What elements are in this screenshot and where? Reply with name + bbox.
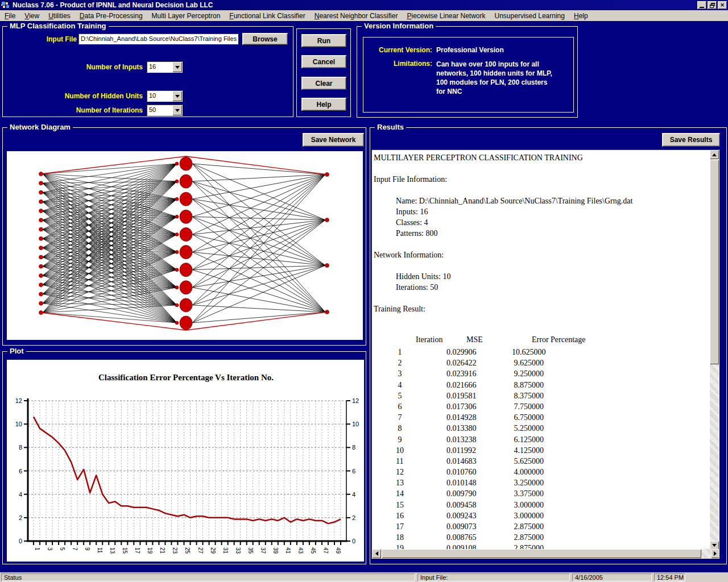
svg-text:41: 41: [285, 547, 291, 554]
svg-text:49: 49: [335, 547, 341, 554]
input-file-field[interactable]: D:\Chinniah_Anand\Lab Source\NuClass7\Tr…: [78, 34, 238, 44]
table-row: 60.017306 7.750000: [396, 402, 546, 413]
input-file-panel: Input File:: [417, 573, 570, 581]
network-diagram: [7, 151, 363, 340]
close-button[interactable]: ✕: [718, 1, 727, 9]
table-row: 50.019581 8.375000: [396, 392, 546, 402]
menu-file[interactable]: File: [0, 11, 20, 20]
table-row: 150.009458 3.000000: [396, 501, 546, 512]
svg-text:25: 25: [184, 547, 191, 554]
scroll-up-button[interactable]: [710, 150, 719, 159]
menu-nearest-neighbor-classifier[interactable]: Nearest Neighbor Classifier: [310, 11, 403, 20]
results-text-area[interactable]: MULTILAYER PERCEPTRON CLASSIFICATION TRA…: [371, 149, 719, 559]
svg-text:13: 13: [109, 547, 115, 554]
table-row: 30.023916 9.250000: [396, 369, 546, 380]
save-network-button[interactable]: Save Network: [303, 133, 364, 147]
results-line: Hidden Units: 10: [396, 272, 450, 281]
table-row: 110.014683 5.625000: [396, 457, 546, 468]
col-header-mse: MSE: [466, 335, 532, 344]
svg-text:2: 2: [352, 514, 355, 521]
results-line: Inputs: 16: [396, 207, 428, 217]
table-row: 90.013238 6.125000: [396, 435, 546, 446]
svg-text:4: 4: [352, 491, 355, 498]
plot-canvas: Classification Error Percentage Vs Itera…: [6, 359, 365, 562]
plot-caption: Plot: [7, 347, 26, 355]
results-line: Patterns: 800: [396, 229, 438, 238]
client-area: MLP Classification Training Input File D…: [0, 21, 728, 572]
restore-button[interactable]: [708, 1, 717, 9]
number-of-iterations-combo[interactable]: 50: [147, 105, 183, 116]
svg-text:6: 6: [19, 468, 22, 475]
scroll-right-button[interactable]: [711, 549, 719, 558]
menu-help[interactable]: Help: [569, 11, 593, 20]
menu-utilities[interactable]: Utilities: [44, 11, 75, 20]
clear-button[interactable]: Clear: [301, 77, 346, 90]
close-icon: ✕: [720, 2, 725, 8]
svg-text:10: 10: [352, 421, 359, 427]
scroll-left-button[interactable]: [372, 549, 381, 558]
network-diagram-section: Network Diagram Save Network: [2, 127, 366, 346]
table-row: 100.011992 4.125000: [396, 446, 546, 457]
vertical-scrollbar[interactable]: [710, 150, 719, 550]
svg-text:43: 43: [297, 547, 304, 554]
table-row: 10.02990610.625000: [396, 348, 546, 359]
svg-text:11: 11: [97, 547, 103, 554]
help-button[interactable]: Help: [301, 98, 346, 111]
error-percentage-chart: Classification Error Percentage Vs Itera…: [7, 360, 364, 562]
svg-text:47: 47: [322, 547, 329, 554]
menu-unsupervised-learning[interactable]: Unsupervised Learning: [490, 11, 569, 20]
vertical-scroll-thumb[interactable]: [710, 160, 719, 364]
triangle-up-icon: [712, 151, 717, 156]
svg-text:Classification Error Percentag: Classification Error Percentage Vs Itera…: [98, 373, 274, 382]
table-row: 40.021666 8.875000: [396, 381, 546, 392]
status-bar: Status Input File: 4/16/2005 12:54 PM: [0, 572, 728, 582]
minimize-button[interactable]: [697, 1, 706, 9]
table-row: 180.008765 2.875000: [396, 533, 546, 544]
minimize-icon: [700, 7, 704, 8]
training-result-heading: Training Result:: [374, 305, 425, 314]
cancel-button[interactable]: Cancel: [301, 55, 346, 68]
svg-text:15: 15: [122, 547, 128, 554]
svg-text:3: 3: [47, 547, 53, 551]
results-line: Classes: 4: [396, 218, 428, 227]
menu-data-pre-processing[interactable]: Data Pre-Processing: [75, 11, 147, 20]
table-row: 160.009243 3.000000: [396, 512, 546, 522]
chevron-down-icon[interactable]: [172, 105, 182, 115]
svg-text:9: 9: [84, 547, 90, 551]
horizontal-scroll-thumb[interactable]: [382, 549, 701, 558]
svg-text:39: 39: [272, 547, 279, 554]
svg-text:8: 8: [19, 444, 22, 451]
svg-text:12: 12: [15, 397, 22, 404]
number-of-inputs-combo[interactable]: 16: [147, 61, 183, 73]
svg-text:0: 0: [19, 538, 22, 544]
menu-multi-layer-perceptron[interactable]: Multi Layer Perceptron: [147, 11, 225, 20]
menu-piecewise-linear-network[interactable]: Piecewise Linear Network: [402, 11, 490, 20]
number-of-hidden-units-combo[interactable]: 10: [147, 90, 183, 102]
table-row: 130.010148 3.250000: [396, 479, 546, 489]
browse-button[interactable]: Browse: [242, 33, 288, 45]
network-info-heading: Network Information:: [374, 251, 444, 260]
svg-text:6: 6: [352, 468, 355, 475]
number-of-iterations-label: Number of Iterations: [76, 106, 143, 114]
svg-text:4: 4: [19, 491, 22, 498]
table-rows: 10.02990610.625000 20.026422 9.625000 30…: [396, 348, 546, 555]
svg-text:7: 7: [72, 547, 78, 551]
results-caption: Results: [375, 123, 406, 131]
chevron-down-icon[interactable]: [172, 62, 182, 72]
time-panel: 12:54 PM: [654, 573, 685, 581]
network-diagram-caption: Network Diagram: [7, 123, 73, 131]
mlp-training-section: MLP Classification Training Input File D…: [2, 26, 293, 117]
table-row: 20.026422 9.625000: [396, 359, 546, 369]
run-button[interactable]: Run: [301, 34, 346, 47]
input-file-info-heading: Input File Information:: [374, 175, 447, 184]
menu-view[interactable]: View: [20, 11, 44, 20]
save-results-button[interactable]: Save Results: [662, 133, 720, 147]
version-info-box: Current Version: Professional Version Li…: [363, 37, 574, 113]
chevron-down-icon[interactable]: [172, 91, 182, 101]
col-header-iteration: Iteration: [416, 335, 466, 344]
menu-functional-link-classifier[interactable]: Functional Link Classifier: [225, 11, 309, 20]
horizontal-scrollbar[interactable]: [372, 549, 719, 558]
current-version-label: Current Version:: [379, 46, 432, 54]
results-line: Iterations: 50: [396, 283, 438, 292]
svg-text:37: 37: [260, 547, 266, 554]
